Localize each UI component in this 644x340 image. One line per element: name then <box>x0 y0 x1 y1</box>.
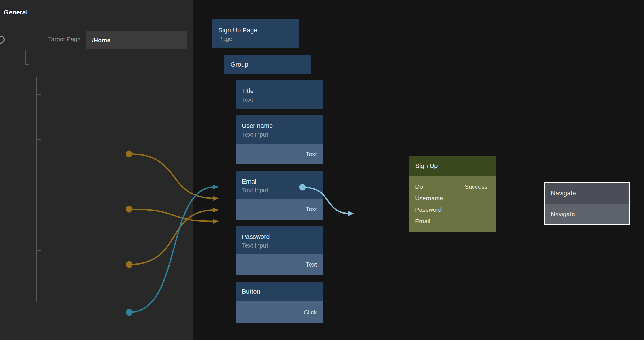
wire-arrowhead-email-text-to-signup-email <box>213 219 219 224</box>
wire-arrowhead-username-text-to-signup-username <box>213 196 219 201</box>
node-header-title: TitleText <box>236 80 323 109</box>
node-header-password: PasswordText Input <box>236 226 323 254</box>
properties-panel: General Target Page <box>0 0 193 340</box>
wire-arrowhead-button-click-to-signup-do <box>213 185 219 190</box>
visual-editor-window: General Target Page Sign Up PagePageGrou… <box>0 0 644 340</box>
node-title-button: Button <box>242 288 260 295</box>
output-port-label-click: Click <box>304 309 317 316</box>
node-sign-up-page[interactable]: Sign Up PagePage <box>212 19 299 48</box>
node-title-sign-up: Sign Up <box>415 162 438 170</box>
node-graph-canvas[interactable]: Sign Up PagePageGroupTitleTextUser nameT… <box>193 0 644 340</box>
node-title-group: Group <box>231 61 248 68</box>
node-title-password: Password <box>242 233 270 241</box>
node-title-user-name: User name <box>242 122 273 130</box>
node-header-navigate: Navigate <box>545 183 629 204</box>
node-button[interactable]: ButtonClick <box>236 282 323 323</box>
output-port-row-email[interactable]: Text <box>236 199 323 220</box>
output-port-row-password[interactable]: Text <box>236 254 323 275</box>
node-user-name[interactable]: User nameText InputText <box>236 115 323 164</box>
node-header-sign-up-page: Sign Up PagePage <box>212 19 299 48</box>
node-subtitle-user-name: Text Input <box>242 131 268 138</box>
node-title-title: Title <box>242 87 254 95</box>
node-email[interactable]: EmailText InputText <box>236 171 323 220</box>
node-body-navigate: Navigate <box>545 204 629 224</box>
input-port-username[interactable]: Username <box>415 195 443 202</box>
node-subtitle-email: Text Input <box>242 187 268 194</box>
output-port-success[interactable]: Success <box>465 183 487 190</box>
output-port-row-button[interactable]: Click <box>236 301 323 323</box>
node-title-email: Email <box>242 178 258 185</box>
node-title-navigate: Navigate <box>551 190 576 197</box>
node-title-sign-up-page: Sign Up Page <box>218 27 257 34</box>
wire-arrowhead-password-text-to-signup-password <box>213 208 219 213</box>
output-port-row-user-name[interactable]: Text <box>236 144 323 164</box>
input-port-navigate[interactable]: Navigate <box>551 211 575 218</box>
radio-ring-icon[interactable] <box>0 36 5 44</box>
input-port-password[interactable]: Password <box>415 206 442 213</box>
node-navigate[interactable]: NavigateNavigate <box>544 182 630 225</box>
input-port-do[interactable]: Do <box>415 183 423 190</box>
node-header-email: EmailText Input <box>236 171 323 199</box>
output-port-label-text: Text <box>306 206 317 213</box>
node-subtitle-sign-up-page: Page <box>218 35 232 42</box>
wire-arrowhead-signup-success-to-navigate <box>348 211 354 216</box>
node-body-sign-up: DoUsernamePasswordEmailSuccess <box>409 176 496 232</box>
input-port-email[interactable]: Email <box>415 218 430 225</box>
panel-section-title: General <box>4 9 28 16</box>
node-sign-up[interactable]: Sign UpDoUsernamePasswordEmailSuccess <box>409 156 496 232</box>
output-port-label-text: Text <box>306 151 317 158</box>
node-title[interactable]: TitleText <box>236 80 323 109</box>
node-group[interactable]: Group <box>224 55 311 74</box>
node-header-user-name: User nameText Input <box>236 115 323 144</box>
node-header-sign-up: Sign Up <box>409 156 496 176</box>
node-subtitle-title: Text <box>242 96 253 103</box>
node-header-group: Group <box>224 55 311 74</box>
node-header-button: Button <box>236 282 323 301</box>
target-page-label: Target Page <box>29 36 81 43</box>
output-port-label-text: Text <box>306 261 317 268</box>
target-page-input[interactable] <box>86 31 187 49</box>
node-subtitle-password: Text Input <box>242 242 268 249</box>
node-password[interactable]: PasswordText InputText <box>236 226 323 275</box>
